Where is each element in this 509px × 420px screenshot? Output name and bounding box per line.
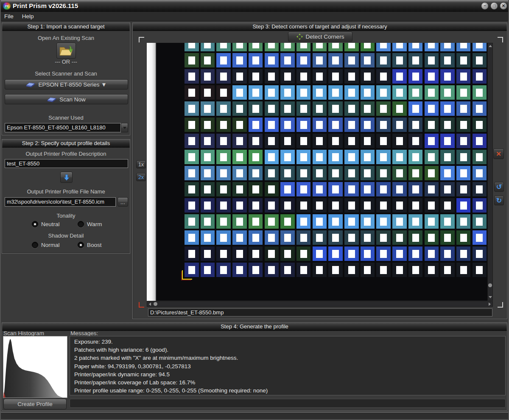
- redo-button[interactable]: ↻: [494, 196, 504, 205]
- maximize-button[interactable]: □: [490, 2, 498, 10]
- color-patch: [265, 150, 279, 164]
- create-profile-button[interactable]: Create Profile: [3, 399, 67, 409]
- color-patch: [249, 101, 263, 116]
- color-patch: [425, 150, 439, 164]
- color-patch: [249, 214, 263, 229]
- undo-button[interactable]: ↺: [494, 182, 504, 192]
- scan-image[interactable]: [147, 43, 487, 301]
- color-patch: [425, 214, 439, 229]
- corner-marker-bottomright[interactable]: [498, 302, 503, 308]
- shadow-radio-boost[interactable]: Boost: [78, 242, 102, 248]
- color-patch: [216, 134, 231, 148]
- redo-icon: ↻: [496, 196, 502, 204]
- image-path-field[interactable]: D:\Pictures\test_ET-8550.bmp: [148, 308, 492, 316]
- folder-open-icon: [58, 45, 74, 57]
- menu-item-file[interactable]: File: [0, 13, 18, 20]
- color-patch: [392, 69, 407, 84]
- color-patch: [440, 101, 455, 116]
- color-patch: [185, 118, 199, 132]
- zoom-1x-button[interactable]: 1x: [136, 160, 146, 168]
- color-patch: [265, 134, 279, 148]
- color-patch: [249, 134, 263, 148]
- scanner-used-label: Scanner Used: [2, 115, 130, 121]
- scanner-select-button[interactable]: EPSON ET-8550 Series ▼: [5, 79, 128, 90]
- open-folder-button[interactable]: [56, 43, 76, 59]
- color-patch: [440, 198, 455, 213]
- message-line: Printer/paper/ink coverage of Lab space:…: [74, 378, 501, 386]
- color-patch: [425, 43, 439, 51]
- color-patch: [456, 230, 471, 245]
- color-patch: [408, 150, 423, 164]
- color-patch: [376, 182, 391, 196]
- corner-marker-topright[interactable]: [498, 37, 503, 42]
- detect-corners-button[interactable]: Detect Corners: [288, 32, 352, 42]
- color-patch: [392, 85, 407, 100]
- profile-filename-input[interactable]: m32\spool\drivers\color\test_ET-8550.icm: [5, 197, 116, 207]
- color-patch: [473, 166, 487, 180]
- corner-marker-topleft[interactable]: [139, 37, 144, 42]
- scroll-left-arrow[interactable]: [149, 302, 151, 306]
- menu-item-help[interactable]: Help: [18, 13, 38, 20]
- scanner-used-combobox[interactable]: Epson ET-8550_ET-8500_L8160_L8180: [5, 123, 121, 132]
- color-patch: [344, 246, 359, 261]
- browse-button[interactable]: ...: [117, 197, 128, 207]
- scroll-right-arrow[interactable]: [489, 302, 491, 306]
- scanner-icon: [26, 82, 35, 87]
- color-patch: [249, 198, 263, 213]
- color-patch: [440, 53, 455, 67]
- v-scroll-thumb[interactable]: [488, 283, 492, 287]
- color-patch: [201, 85, 215, 100]
- color-patch: [376, 69, 391, 84]
- app-window: PP Print Prism v2026.115 – □ ✕ FileHelp …: [0, 0, 509, 420]
- scanner-select-label: EPSON ET-8550 Series ▼: [38, 81, 106, 88]
- color-patch: [296, 85, 311, 100]
- color-patch: [425, 53, 439, 67]
- h-scroll-thumb[interactable]: [154, 302, 157, 306]
- close-button[interactable]: ✕: [500, 2, 507, 10]
- profile-description-input[interactable]: test_ET-8550: [5, 159, 128, 168]
- color-patch: [232, 101, 247, 116]
- messages-label: Messages:: [70, 330, 98, 336]
- minimize-button[interactable]: –: [481, 2, 489, 10]
- profile-filename-label: Output Printer Profile File Name: [2, 188, 130, 195]
- shadow-radio-normal[interactable]: Normal: [32, 242, 60, 248]
- color-patch: [361, 263, 375, 277]
- or-separator: --- OR ---: [2, 59, 130, 65]
- color-patch: [456, 198, 471, 213]
- tonality-radio-warm[interactable]: Warm: [78, 221, 102, 227]
- color-patch: [361, 101, 375, 116]
- color-patch: [280, 214, 295, 229]
- target-corner-marker[interactable]: [182, 270, 192, 280]
- color-patch: [296, 246, 311, 261]
- move-down-button[interactable]: [60, 172, 73, 183]
- color-patch: [456, 69, 471, 84]
- zoom-2x-button[interactable]: 2x: [136, 173, 146, 181]
- color-patch: [216, 263, 231, 277]
- color-patch: [296, 118, 311, 132]
- color-patch: [425, 69, 439, 84]
- color-patch: [344, 263, 359, 277]
- color-patch: [185, 101, 199, 116]
- color-patch: [440, 230, 455, 245]
- color-patch: [232, 85, 247, 100]
- scan-now-button[interactable]: Scan Now: [5, 94, 128, 104]
- color-patch: [361, 134, 375, 148]
- color-patch: [425, 182, 439, 196]
- color-patch: [216, 230, 231, 245]
- scroll-up-arrow[interactable]: [489, 45, 492, 47]
- color-patch: [344, 85, 359, 100]
- color-patch: [313, 166, 327, 180]
- tonality-radio-neutral[interactable]: Neutral: [32, 221, 60, 227]
- color-patch: [425, 198, 439, 213]
- h-scrollbar[interactable]: [147, 301, 493, 307]
- color-patch: [456, 214, 471, 229]
- color-patch: [249, 182, 263, 196]
- v-scrollbar[interactable]: [487, 43, 493, 301]
- combobox-dropdown-button[interactable]: [121, 123, 128, 132]
- color-patch: [392, 198, 407, 213]
- discard-button[interactable]: ✕: [493, 148, 504, 159]
- color-patch: [296, 166, 311, 180]
- color-patch: [376, 150, 391, 164]
- corner-marker-bottomleft[interactable]: [139, 302, 144, 308]
- scroll-down-arrow[interactable]: [489, 296, 492, 298]
